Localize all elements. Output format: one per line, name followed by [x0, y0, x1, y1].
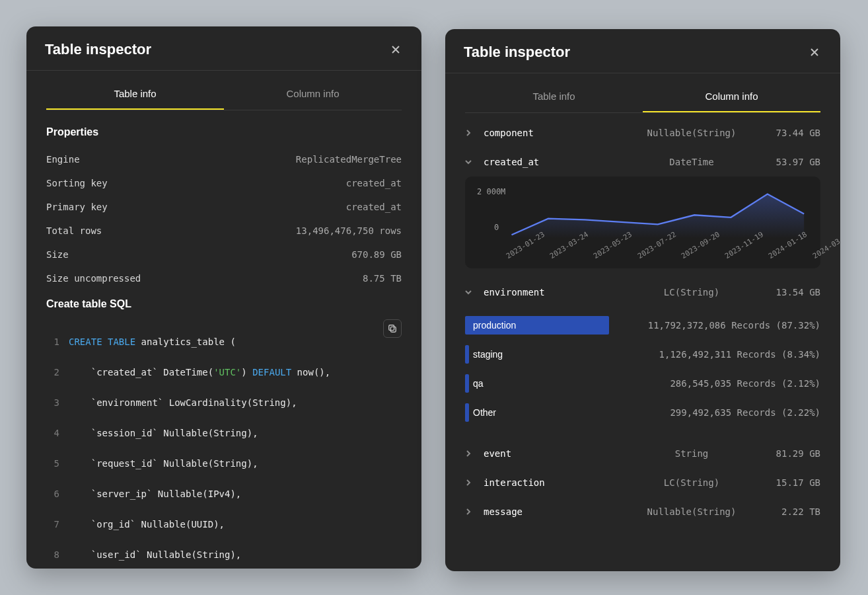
table-inspector-left: Table inspector Table info Column info P…	[26, 26, 421, 569]
dist-label: production	[473, 320, 516, 331]
chart-x-axis: 2023-01-23 2023-03-24 2023-05-23 2023-07…	[477, 253, 809, 262]
tabs: Table info Column info	[26, 80, 421, 110]
chevron-right-icon	[465, 508, 472, 515]
column-row-message[interactable]: message Nullable(String) 2.22 TB	[465, 497, 820, 526]
column-size: 2.22 TB	[761, 506, 820, 517]
chevron-right-icon	[465, 130, 472, 136]
section-title-properties: Properties	[46, 126, 402, 138]
sql-text: `server_ip` Nullable(IPv4),	[69, 487, 241, 502]
sql-text: `request_id` Nullable(String),	[69, 456, 258, 471]
copy-button[interactable]	[383, 319, 402, 338]
column-size: 13.54 GB	[761, 287, 820, 298]
column-row-interaction[interactable]: interaction LC(String) 15.17 GB	[465, 468, 820, 497]
dist-value: 11,792,372,086 Records (87.32%)	[609, 320, 820, 331]
dist-row-qa: qa 286,545,035 Records (2.12%)	[465, 369, 820, 398]
sql-kw: DEFAULT	[252, 367, 291, 377]
prop-key: Size	[46, 249, 69, 260]
sql-text: `environment` LowCardinality(String),	[69, 395, 297, 411]
column-size: 73.44 GB	[761, 128, 820, 138]
dist-label: Other	[473, 407, 496, 418]
tab-table-info[interactable]: Table info	[46, 80, 224, 110]
column-type: Nullable(String)	[632, 128, 752, 138]
column-name: interaction	[484, 477, 622, 488]
copy-icon	[388, 324, 397, 333]
panel-header: Table inspector	[26, 26, 421, 71]
column-type: String	[632, 448, 752, 459]
prop-key: Primary key	[46, 202, 108, 212]
column-row-environment[interactable]: environment LC(String) 13.54 GB	[465, 278, 820, 307]
prop-total-rows: Total rows 13,496,476,750 rows	[46, 219, 402, 243]
tab-column-info[interactable]: Column info	[224, 80, 402, 110]
sql-str: 'UTC'	[213, 367, 241, 377]
prop-value: created_at	[346, 202, 402, 212]
column-type: LC(String)	[632, 477, 752, 488]
prop-key: Size uncompressed	[46, 273, 141, 284]
column-name: component	[484, 128, 622, 138]
column-type: DateTime	[632, 157, 752, 167]
sql-text: analytics_table (	[135, 337, 236, 347]
prop-key: Sorting key	[46, 178, 108, 188]
chart-x-label: 2024-03-18	[811, 230, 840, 260]
column-row-component[interactable]: component Nullable(String) 73.44 GB	[465, 118, 820, 147]
dist-value: 1,126,492,311 Records (8.34%)	[609, 349, 820, 360]
prop-value: 670.89 GB	[351, 249, 402, 260]
column-name: created_at	[484, 157, 622, 167]
column-row-created-at[interactable]: created_at DateTime 53.97 GB	[465, 147, 820, 177]
column-name: message	[484, 506, 622, 517]
prop-value: 13,496,476,750 rows	[296, 225, 402, 236]
environment-distribution: production 11,792,372,086 Records (87.32…	[465, 311, 820, 427]
panel-body: component Nullable(String) 73.44 GB crea…	[445, 113, 840, 571]
close-button[interactable]	[807, 45, 822, 60]
prop-key: Total rows	[46, 225, 102, 236]
column-row-event[interactable]: event String 81.29 GB	[465, 439, 820, 468]
sql-text: `created_at` DateTime(	[69, 367, 213, 377]
dist-label: qa	[473, 378, 484, 389]
dist-row-other: Other 299,492,635 Records (2.22%)	[465, 398, 820, 427]
chart-area: 2 000M 0 2023-01-23 2023-03-24 2023	[477, 187, 809, 262]
chart-y-bot: 0	[494, 223, 499, 232]
panel-title: Table inspector	[464, 44, 570, 61]
dist-label: staging	[473, 349, 503, 360]
column-size: 53.97 GB	[761, 157, 820, 167]
panel-header: Table inspector	[445, 29, 840, 73]
column-size: 15.17 GB	[761, 477, 820, 488]
dist-value: 286,545,035 Records (2.12%)	[609, 378, 820, 389]
tab-table-info[interactable]: Table info	[465, 83, 643, 112]
chevron-down-icon	[465, 289, 472, 296]
sql-text: `org_id` Nullable(UUID),	[69, 517, 225, 532]
prop-engine: Engine ReplicatedMergeTree	[46, 147, 402, 171]
chevron-down-icon	[465, 159, 472, 165]
sql-text: `user_id` Nullable(String),	[69, 547, 241, 563]
prop-key: Engine	[46, 154, 80, 165]
close-button[interactable]	[388, 42, 403, 57]
sql-kw: CREATE TABLE	[69, 337, 135, 347]
sql-code-block: 1CREATE TABLE analytics_table ( 2 `creat…	[46, 319, 402, 569]
sql-code: 1CREATE TABLE analytics_table ( 2 `creat…	[46, 319, 402, 569]
panel-body: Properties Engine ReplicatedMergeTree So…	[26, 110, 421, 569]
svg-rect-0	[390, 327, 396, 332]
close-icon	[390, 44, 401, 55]
prop-sorting-key: Sorting key created_at	[46, 171, 402, 195]
prop-value: created_at	[346, 178, 402, 188]
column-type: LC(String)	[632, 287, 752, 298]
column-chart-card: 2 000M 0 2023-01-23 2023-03-24 2023	[465, 177, 820, 268]
tabs: Table info Column info	[445, 83, 840, 112]
prop-primary-key: Primary key created_at	[46, 195, 402, 219]
table-inspector-right: Table inspector Table info Column info c…	[445, 29, 840, 571]
close-icon	[809, 47, 820, 58]
prop-size-uncompressed: Size uncompressed 8.75 TB	[46, 266, 402, 290]
section-title-sql: Create table SQL	[46, 298, 402, 310]
dist-row-staging: staging 1,126,492,311 Records (8.34%)	[465, 340, 820, 369]
svg-rect-1	[389, 325, 394, 331]
column-name: environment	[484, 287, 622, 298]
chart-y-top: 2 000M	[477, 187, 505, 196]
column-type: Nullable(String)	[632, 506, 752, 517]
prop-size: Size 670.89 GB	[46, 243, 402, 266]
tab-column-info[interactable]: Column info	[643, 83, 820, 112]
column-name: event	[484, 448, 622, 459]
sql-text: now(),	[291, 367, 330, 377]
chevron-right-icon	[465, 479, 472, 486]
panel-title: Table inspector	[45, 41, 151, 58]
dist-row-production: production 11,792,372,086 Records (87.32…	[465, 311, 820, 340]
prop-value: ReplicatedMergeTree	[296, 154, 402, 165]
